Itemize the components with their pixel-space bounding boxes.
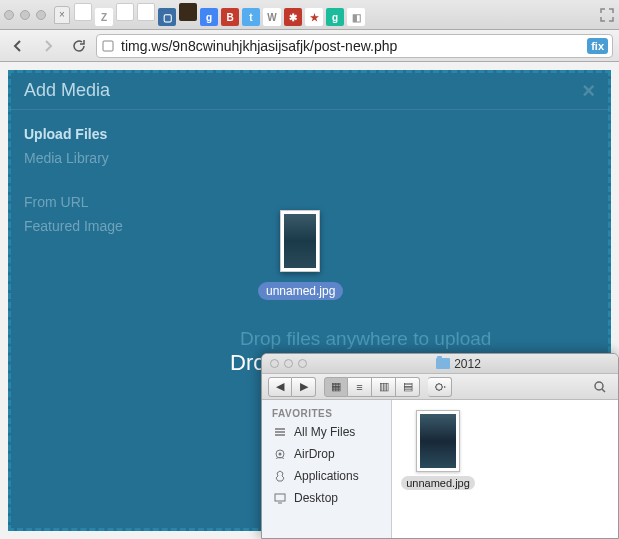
svg-point-4 — [279, 453, 282, 456]
finder-sidebar-label: Desktop — [294, 491, 338, 505]
folder-icon — [436, 358, 450, 369]
tab-favicon[interactable]: B — [221, 8, 239, 26]
url-input[interactable] — [117, 38, 587, 54]
file-item[interactable]: unnamed.jpg — [402, 410, 474, 490]
tab-favicon[interactable]: t — [242, 8, 260, 26]
tab-favicon[interactable]: ✱ — [284, 8, 302, 26]
view-columns-button[interactable]: ▥ — [372, 377, 396, 397]
tab-favicon[interactable] — [179, 3, 197, 21]
view-icon-button[interactable]: ▦ — [324, 377, 348, 397]
finder-action-button[interactable] — [428, 377, 452, 397]
finder-sidebar-label: All My Files — [294, 425, 355, 439]
site-info-icon[interactable] — [99, 37, 117, 55]
modal-header: Add Media × — [10, 72, 609, 110]
drag-ghost-thumbnail — [280, 210, 320, 272]
finder-window[interactable]: 2012 ◀ ▶ ▦ ≡ ▥ ▤ — [261, 353, 619, 539]
address-bar[interactable]: fix — [96, 34, 613, 58]
traffic-light-dim — [20, 10, 30, 20]
tab-favicon[interactable]: ▢ — [158, 8, 176, 26]
finder-view-buttons: ▦ ≡ ▥ ▤ — [324, 377, 420, 397]
finder-toolbar: ◀ ▶ ▦ ≡ ▥ ▤ — [262, 374, 618, 400]
browser-tabstrip: × Z▢gBtW✱★g◧ — [0, 0, 619, 30]
finder-sidebar-label: AirDrop — [294, 447, 335, 461]
dropzone-hint-dim: Drop files anywhere to upload — [240, 328, 491, 350]
view-list-button[interactable]: ≡ — [348, 377, 372, 397]
finder-sidebar-item[interactable]: AirDrop — [262, 443, 391, 465]
forward-button[interactable] — [36, 35, 60, 57]
fullscreen-icon[interactable] — [599, 7, 615, 23]
all-icon — [272, 424, 288, 440]
finder-back-button[interactable]: ◀ — [268, 377, 292, 397]
svg-point-2 — [595, 382, 603, 390]
tab-close-button[interactable]: × — [54, 6, 70, 24]
modal-title: Add Media — [24, 80, 110, 101]
finder-window-controls — [270, 359, 307, 368]
tab-favicon[interactable]: ◧ — [347, 8, 365, 26]
tab-favicon[interactable] — [116, 3, 134, 21]
svg-rect-5 — [275, 494, 285, 501]
sidebar-item[interactable]: From URL — [24, 190, 146, 214]
finder-titlebar[interactable]: 2012 — [262, 354, 618, 374]
tab-favicon[interactable]: W — [263, 8, 281, 26]
browser-tabs: × Z▢gBtW✱★g◧ — [54, 3, 591, 27]
svg-rect-0 — [103, 41, 113, 51]
finder-nav-buttons: ◀ ▶ — [268, 377, 316, 397]
airdrop-icon — [272, 446, 288, 462]
tab-favicon[interactable]: ★ — [305, 8, 323, 26]
extension-badge[interactable]: fix — [587, 38, 608, 54]
finder-sidebar-item[interactable]: Desktop — [262, 487, 391, 509]
browser-toolbar: fix — [0, 30, 619, 62]
traffic-light-zoom[interactable] — [298, 359, 307, 368]
finder-sidebar-label: Applications — [294, 469, 359, 483]
desktop-icon — [272, 490, 288, 506]
traffic-light-dim — [4, 10, 14, 20]
sidebar-item[interactable]: Upload Files — [24, 122, 146, 146]
finder-search-icon[interactable] — [588, 377, 612, 397]
finder-sidebar: FAVORITES All My FilesAirDropApplication… — [262, 400, 392, 538]
window-controls-inactive — [4, 10, 46, 20]
file-thumbnail — [416, 410, 460, 472]
tab-favicon[interactable] — [137, 3, 155, 21]
back-button[interactable] — [6, 35, 30, 57]
traffic-light-minimize[interactable] — [284, 359, 293, 368]
apps-icon — [272, 468, 288, 484]
traffic-light-close[interactable] — [270, 359, 279, 368]
finder-file-area[interactable]: unnamed.jpg — [392, 400, 618, 538]
traffic-light-dim — [36, 10, 46, 20]
sidebar-item[interactable]: Featured Image — [24, 214, 146, 238]
drag-ghost-filename: unnamed.jpg — [258, 282, 343, 300]
finder-title-text: 2012 — [454, 357, 481, 371]
file-name-label[interactable]: unnamed.jpg — [401, 476, 475, 490]
reload-button[interactable] — [66, 35, 90, 57]
modal-sidebar: Upload FilesMedia LibraryFrom URLFeature… — [10, 110, 160, 529]
finder-sidebar-item[interactable]: All My Files — [262, 421, 391, 443]
tab-favicon[interactable] — [74, 3, 92, 21]
view-coverflow-button[interactable]: ▤ — [396, 377, 420, 397]
tab-favicon[interactable]: Z — [95, 8, 113, 26]
finder-sidebar-item[interactable]: Applications — [262, 465, 391, 487]
finder-body: FAVORITES All My FilesAirDropApplication… — [262, 400, 618, 538]
tab-favicon[interactable]: g — [326, 8, 344, 26]
finder-forward-button[interactable]: ▶ — [292, 377, 316, 397]
tab-favicon[interactable]: g — [200, 8, 218, 26]
sidebar-item[interactable]: Media Library — [24, 146, 146, 170]
modal-close-button[interactable]: × — [582, 78, 595, 104]
sidebar-section-favorites: FAVORITES — [262, 406, 391, 421]
finder-title: 2012 — [307, 357, 610, 371]
page-content: Add Media × Upload FilesMedia LibraryFro… — [0, 62, 619, 539]
